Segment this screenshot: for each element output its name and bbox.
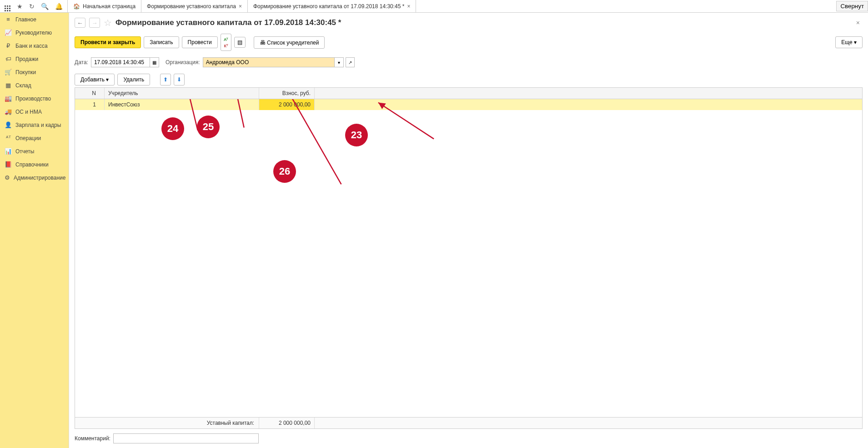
- sidebar-item-label: Покупки: [15, 69, 36, 76]
- cell-rest: [315, 99, 862, 110]
- post-and-close-button[interactable]: Провести и закрыть: [75, 36, 141, 48]
- sidebar-item-salary[interactable]: 👤Зарплата и кадры: [0, 118, 69, 131]
- bell-icon[interactable]: 🔔: [55, 3, 63, 10]
- home-icon: 🏠: [73, 3, 80, 10]
- cell-founder[interactable]: ИнвестСоюз: [105, 99, 259, 110]
- close-doc-button[interactable]: ×: [853, 19, 863, 26]
- sidebar-item-label: Главное: [15, 16, 36, 23]
- warehouse-icon: ▦: [5, 82, 12, 89]
- annotation-26: 26: [273, 160, 296, 183]
- factory-icon: 🏭: [5, 95, 12, 102]
- sidebar-item-sales[interactable]: 🏷Продажи: [0, 52, 69, 65]
- tab-home[interactable]: 🏠 Начальная страница: [68, 0, 141, 12]
- chart-icon: 📈: [5, 29, 12, 36]
- org-label: Организация:: [166, 59, 200, 65]
- table-row[interactable]: 1 ИнвестСоюз 2 000 000,00: [75, 99, 862, 110]
- doc-title: Формирование уставного капитала от 17.09…: [115, 18, 341, 27]
- cart-icon: 🛒: [5, 69, 12, 76]
- annotation-25: 25: [197, 116, 220, 138]
- sidebar-item-reports[interactable]: 📊Отчеты: [0, 145, 69, 158]
- sidebar: ≡Главное 📈Руководителю ₽Банк и касса 🏷Пр…: [0, 13, 69, 448]
- add-row-button[interactable]: Добавить ▾: [75, 74, 115, 86]
- col-header-n[interactable]: N: [75, 88, 105, 99]
- sidebar-item-os-nma[interactable]: 🚚ОС и НМА: [0, 105, 69, 118]
- move-up-button[interactable]: ⬆: [160, 74, 171, 86]
- sidebar-item-purchases[interactable]: 🛒Покупки: [0, 65, 69, 79]
- delete-row-button[interactable]: Удалить: [117, 74, 150, 86]
- tab-doc-instance[interactable]: Формирование уставного капитала от 17.09…: [248, 0, 416, 12]
- sidebar-item-operations[interactable]: ᴬᵀОперации: [0, 131, 69, 145]
- post-button[interactable]: Провести: [182, 36, 218, 48]
- close-icon[interactable]: ×: [239, 3, 242, 10]
- org-dropdown-button[interactable]: ▾: [335, 57, 344, 67]
- col-header-founder[interactable]: Учредитель: [105, 88, 259, 99]
- date-label: Дата:: [75, 59, 88, 65]
- add-label: Добавить: [80, 76, 105, 83]
- date-input[interactable]: [91, 57, 150, 67]
- person-icon: 👤: [5, 121, 12, 128]
- collapse-button[interactable]: Свернут: [836, 1, 868, 11]
- more-label: Еще: [841, 39, 852, 45]
- apps-icon[interactable]: [5, 1, 10, 11]
- save-button[interactable]: Записать: [144, 36, 179, 48]
- search-icon[interactable]: 🔍: [41, 3, 49, 10]
- ruble-icon: ₽: [5, 42, 12, 49]
- bars-icon: 📊: [5, 148, 12, 155]
- sidebar-item-label: Зарплата и кадры: [15, 122, 61, 128]
- move-down-button[interactable]: ⬇: [174, 74, 185, 86]
- dt-kt-button[interactable]: АᵀКᵀ: [221, 34, 231, 51]
- founders-list-button[interactable]: 🖶 Список учредителей: [254, 36, 325, 49]
- book-icon: 📕: [5, 161, 12, 168]
- svg-line-2: [260, 99, 341, 184]
- sidebar-item-warehouse[interactable]: ▦Склад: [0, 79, 69, 92]
- sidebar-item-catalogs[interactable]: 📕Справочники: [0, 158, 69, 171]
- col-header-amount[interactable]: Взнос, руб.: [259, 88, 315, 99]
- star-icon[interactable]: ★: [17, 3, 23, 10]
- nav-forward-button[interactable]: →: [89, 18, 100, 28]
- col-header-rest: [315, 88, 862, 99]
- tab-label: Начальная страница: [83, 3, 135, 10]
- sidebar-item-label: Продажи: [15, 56, 38, 62]
- comment-input[interactable]: [113, 433, 259, 443]
- history-icon[interactable]: ↻: [29, 3, 35, 10]
- sidebar-item-label: Банк и касса: [15, 43, 48, 49]
- cell-n: 1: [75, 99, 105, 110]
- annotation-24: 24: [161, 117, 184, 140]
- document-icon: ▤: [237, 39, 242, 45]
- footer-total: 2 000 000,00: [259, 418, 315, 428]
- org-open-button[interactable]: ↗: [346, 57, 355, 67]
- cell-amount[interactable]: 2 000 000,00: [259, 99, 315, 110]
- menu-icon: ≡: [5, 16, 12, 23]
- sidebar-item-label: ОС и НМА: [15, 109, 42, 115]
- founders-table: N Учредитель Взнос, руб. 1 ИнвестСоюз 2 …: [75, 87, 863, 429]
- tab-label: Формирование уставного капитала: [147, 3, 236, 10]
- annotation-23: 23: [345, 124, 368, 146]
- tag-icon: 🏷: [5, 55, 12, 62]
- sidebar-item-label: Справочники: [15, 161, 49, 168]
- nav-back-button[interactable]: ←: [75, 18, 85, 28]
- organization-input[interactable]: [203, 57, 335, 67]
- printer-icon: 🖶: [260, 39, 266, 46]
- founders-list-label: Список учредителей: [267, 40, 319, 46]
- more-button[interactable]: Еще ▾: [835, 36, 863, 48]
- sidebar-item-label: Склад: [15, 82, 31, 89]
- sidebar-item-label: Операции: [15, 135, 41, 141]
- sidebar-item-production[interactable]: 🏭Производство: [0, 92, 69, 105]
- sidebar-item-label: Администрирование: [14, 175, 65, 181]
- tab-label: Формирование уставного капитала от 17.09…: [253, 3, 405, 10]
- close-icon[interactable]: ×: [407, 3, 410, 10]
- sidebar-item-main[interactable]: ≡Главное: [0, 13, 69, 26]
- sidebar-item-bank[interactable]: ₽Банк и касса: [0, 39, 69, 52]
- truck-icon: 🚚: [5, 108, 12, 115]
- date-picker-button[interactable]: ▦: [150, 57, 159, 67]
- sidebar-item-admin[interactable]: ⚙Администрирование: [0, 171, 69, 184]
- sidebar-item-manager[interactable]: 📈Руководителю: [0, 26, 69, 39]
- dt-kt-icon: АᵀКᵀ: [224, 37, 228, 48]
- dt-kt-icon: ᴬᵀ: [5, 135, 12, 141]
- attachments-button[interactable]: ▤: [234, 37, 246, 48]
- gear-icon: ⚙: [5, 174, 10, 181]
- sidebar-item-label: Отчеты: [15, 148, 34, 155]
- tab-doc-list[interactable]: Формирование уставного капитала ×: [141, 0, 248, 12]
- favorite-star-icon[interactable]: ☆: [104, 17, 112, 28]
- sidebar-item-label: Производство: [15, 96, 51, 102]
